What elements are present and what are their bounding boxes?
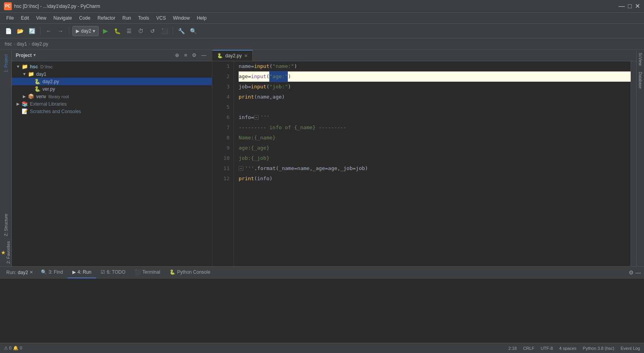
breadcrumb-hsc[interactable]: hsc [5, 41, 12, 47]
menu-view[interactable]: View [33, 14, 50, 22]
panel-settings-button[interactable]: ⚙ [190, 51, 198, 59]
tree-item-venv[interactable]: ▶ 📦 venv library root [12, 93, 212, 100]
find-tab[interactable]: 🔍 3: Find [36, 267, 68, 278]
debug-button[interactable]: 🐛 [112, 26, 122, 36]
code-token: , [337, 163, 340, 174]
menu-edit[interactable]: Edit [18, 14, 32, 22]
terminal-tab[interactable]: ⬛ Terminal [130, 267, 165, 278]
tree-item-day2py[interactable]: 🐍 day2.py [12, 78, 212, 85]
forward-button[interactable]: → [55, 26, 66, 36]
todo-tab[interactable]: ☑ 6: TODO [96, 267, 130, 278]
code-line-3: job=input("job:") [239, 82, 631, 92]
tree-label-day1: day1 [36, 71, 46, 77]
maximize-button[interactable]: □ [628, 3, 632, 9]
code-token: = [353, 163, 356, 174]
warnings-indicator[interactable]: ⚠ 0 [4, 346, 11, 351]
collapse-all-button[interactable]: ≡ [182, 51, 189, 59]
breadcrumb-day2py[interactable]: day2.py [32, 41, 48, 47]
rerun-button[interactable]: ↺ [147, 26, 158, 36]
line-endings[interactable]: CRLF [523, 346, 534, 351]
toolbar-separator-1 [40, 27, 40, 35]
structure-tab[interactable]: Z: Structure [0, 211, 11, 239]
tree-item-verpy[interactable]: 🐍 ver.py [12, 85, 212, 93]
editor-scrollbar[interactable] [631, 61, 636, 266]
panel-title-arrow[interactable]: ▾ [33, 53, 36, 58]
coverage-button[interactable]: ☰ [124, 26, 134, 36]
python-console-tab[interactable]: 🐍 Python Console [165, 267, 215, 278]
menu-run[interactable]: Run [119, 14, 134, 22]
code-line-7: --------- info of {_name} --------- [239, 123, 631, 133]
database-tab[interactable]: Database [637, 69, 644, 92]
run-tab-name[interactable]: day2 [18, 270, 28, 275]
code-token: _age [313, 163, 325, 174]
sync-button[interactable]: 🔄 [27, 26, 37, 36]
event-log-button[interactable]: Event Log [620, 346, 640, 351]
venv-icon: 📦 [28, 93, 35, 99]
menu-vcs[interactable]: VCS [153, 14, 169, 22]
minimize-button[interactable]: — [618, 3, 625, 9]
profile-button[interactable]: ⏱ [136, 26, 146, 36]
hide-panel-button[interactable]: — [200, 51, 208, 59]
menu-refactor[interactable]: Refactor [94, 14, 118, 22]
back-button[interactable]: ← [44, 26, 54, 36]
breadcrumb-day1[interactable]: day1 [17, 41, 27, 47]
menu-code[interactable]: Code [76, 14, 94, 22]
tree-item-scratches[interactable]: 📝 Scratches and Consoles [12, 108, 212, 115]
bottom-panel-tabs: Run: day2 ✕ 🔍 3: Find ▶ 4: Run ☑ 6: TODO… [0, 267, 644, 278]
run-tab[interactable]: ▶ 4: Run [68, 267, 96, 278]
code-token: ) [294, 61, 297, 71]
close-button[interactable]: ✕ [635, 3, 640, 9]
line-numbers: 1 2 3 4 5 6 7 8 9 10 11 12 [212, 61, 234, 266]
settings-button[interactable]: 🔧 [176, 26, 186, 36]
favorites-tab[interactable]: ★ 2: Favorites [0, 239, 11, 266]
tree-arrow-ext: ▶ [15, 102, 21, 106]
file-encoding[interactable]: UTF-8 [541, 346, 553, 351]
py-icon-day2py: 🐍 [34, 79, 41, 84]
code-token: print [239, 174, 254, 184]
run-tab-close[interactable]: ✕ [29, 270, 33, 275]
new-file-button[interactable]: 📄 [3, 26, 13, 36]
menu-navigate[interactable]: Navigate [50, 14, 75, 22]
tree-item-ext-libs[interactable]: ▶ 📚 External Libraries [12, 100, 212, 108]
run-tab-label: 4: Run [77, 269, 91, 275]
editor-container[interactable]: 1 2 3 4 5 6 7 8 9 10 11 12 name=input("n… [212, 61, 636, 266]
language-version[interactable]: Python 3.8 (hsc) [583, 346, 614, 351]
fold-button-6[interactable]: − [254, 115, 259, 120]
panel-minimize-icon[interactable]: — [635, 269, 641, 276]
code-line-8: Name:{_name} [239, 133, 631, 143]
cursor-position[interactable]: 2:18 [508, 346, 517, 351]
tab-close-button[interactable]: ✕ [244, 53, 248, 59]
search-everywhere-button[interactable]: 🔍 [188, 26, 198, 36]
tree-item-hsc[interactable]: ▼ 📁 hsc D:\hsc [12, 63, 212, 70]
open-button[interactable]: 📂 [15, 26, 25, 36]
code-token: name [297, 163, 309, 174]
tree-sublabel-venv: library root [48, 94, 69, 99]
stop-button[interactable]: ⬛ [159, 26, 169, 36]
code-token: .format( [254, 163, 279, 174]
fold-button-11[interactable]: − [239, 166, 243, 171]
tree-label-day2py: day2.py [42, 79, 59, 84]
code-line-11: −'''.format(_name=name,_age=age,_job=job… [239, 163, 631, 174]
errors-indicator[interactable]: 🔔 0 [13, 346, 22, 351]
code-token: --------- info of {_name} --------- [239, 123, 346, 133]
run-configuration-selector[interactable]: ▶ day2 ▾ [72, 26, 99, 36]
breadcrumb: hsc › day1 › day2.py [0, 38, 644, 49]
code-token: ( [254, 92, 257, 102]
run-button[interactable]: ▶ [100, 26, 110, 36]
line-num-11: 11 [212, 163, 230, 174]
menu-file[interactable]: File [3, 14, 17, 22]
editor-area: 🐍 day2.py ✕ 1 2 3 4 5 6 7 8 9 10 11 12 [212, 49, 636, 266]
code-token: name [257, 92, 269, 102]
project-tab[interactable]: 1: Project [0, 49, 11, 77]
editor-tab-day2py[interactable]: 🐍 day2.py ✕ [212, 50, 253, 61]
menu-tools[interactable]: Tools [135, 14, 152, 22]
code-token: , [269, 92, 272, 102]
menu-help[interactable]: Help [194, 14, 210, 22]
menu-window[interactable]: Window [170, 14, 193, 22]
scview-tab[interactable]: ScView [637, 49, 644, 69]
code-editor[interactable]: name=input("name:") age=input("age:") jo… [234, 61, 631, 266]
indent-settings[interactable]: 4 spaces [559, 346, 576, 351]
locate-file-button[interactable]: ⊕ [173, 51, 181, 59]
tree-item-day1[interactable]: ▼ 📁 day1 [12, 70, 212, 78]
panel-settings-icon[interactable]: ⚙ [629, 269, 634, 276]
